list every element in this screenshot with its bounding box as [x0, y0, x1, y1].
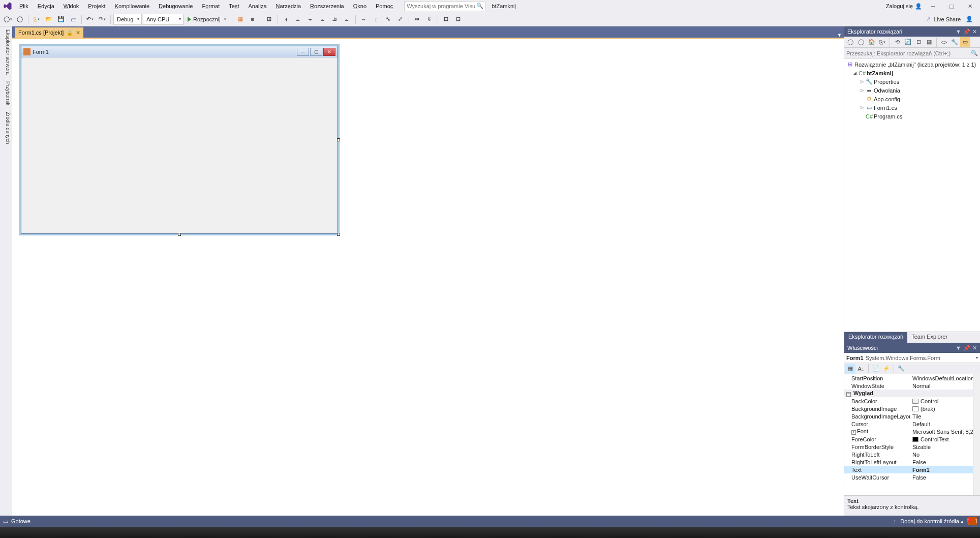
align-left-button[interactable]: ⫞ — [281, 14, 292, 25]
search-icon[interactable]: 🔍 — [476, 3, 483, 9]
tree-project-node[interactable]: ◢ C# btZamknij — [844, 69, 980, 77]
close-button[interactable]: ✕ — [963, 1, 977, 11]
align-top-button[interactable]: ⫠ — [317, 14, 328, 25]
property-category[interactable]: − Wygląd — [844, 390, 980, 397]
align-bottom-button[interactable]: ⫠ — [342, 14, 353, 25]
property-object-combo[interactable]: Form1 System.Windows.Forms.Form — [844, 353, 980, 363]
expander-icon[interactable]: ▷ — [860, 105, 865, 110]
solution-search-input[interactable] — [846, 50, 971, 56]
hspace-button[interactable]: ⇼ — [412, 14, 423, 25]
tree-program-node[interactable]: C# Program.cs — [844, 112, 980, 121]
sol-sync-button[interactable]: ⟲ — [892, 37, 902, 47]
sol-fwd-button[interactable]: ◯ — [856, 37, 866, 47]
align-grid-button[interactable]: ⊞ — [264, 14, 275, 25]
center-v-button[interactable]: ⊟ — [453, 14, 464, 25]
document-tab[interactable]: Form1.cs [Projekt] 🔒 ✕ — [15, 27, 83, 38]
tab-close-icon[interactable]: ✕ — [76, 29, 80, 36]
categorized-button[interactable]: ▦ — [845, 364, 855, 374]
center-h-button[interactable]: ⊡ — [441, 14, 452, 25]
property-row[interactable]: WindowStateNormal — [844, 382, 980, 390]
prop-wrench-button[interactable]: 🔧 — [896, 364, 906, 374]
tree-solution-node[interactable]: ⊞ Rozwiązanie „btZamknij" (liczba projek… — [844, 60, 980, 69]
save-button[interactable]: 💾 — [55, 14, 67, 25]
search-icon[interactable]: 🔍 — [971, 50, 978, 56]
tree-config-node[interactable]: ⚙ App.config — [844, 95, 980, 103]
layout-btn-1[interactable]: ▦ — [235, 14, 246, 25]
tree-form-node[interactable]: ▷ ▭ Form1.cs — [844, 103, 980, 112]
redo-button[interactable]: ↷ — [97, 14, 108, 25]
align-right-button[interactable]: ⫟ — [305, 14, 316, 25]
property-row[interactable]: TextForm1 — [844, 466, 980, 473]
properties-icon[interactable]: 🔧 — [950, 37, 960, 47]
nav-forward-button[interactable]: ◯ — [14, 14, 25, 25]
resize-handle-right[interactable] — [337, 138, 340, 141]
platform-combo[interactable]: Any CPU — [143, 14, 183, 25]
property-row[interactable]: BackgroundImageLayoutTile — [844, 412, 980, 420]
sol-switch-button[interactable]: ⎘ — [877, 37, 887, 47]
expand-icon[interactable]: + — [851, 430, 856, 435]
prop-page-button[interactable]: 📄 — [871, 364, 881, 374]
config-combo[interactable]: Debug — [113, 14, 142, 25]
resize-handle-bottom[interactable] — [178, 233, 181, 236]
menu-analiza[interactable]: Analiza — [244, 2, 270, 10]
solution-tree[interactable]: ⊞ Rozwiązanie „btZamknij" (liczba projek… — [844, 59, 980, 332]
notification-badge[interactable]: 🚩1 — [968, 517, 977, 525]
property-row[interactable]: ForeColorControlText — [844, 435, 980, 443]
open-file-button[interactable]: 📂 — [43, 14, 54, 25]
property-row[interactable]: RightToLeftNo — [844, 451, 980, 458]
feedback-button[interactable]: 👤 — [964, 14, 975, 25]
home-icon[interactable]: 🏠 — [867, 37, 877, 47]
panel-pin-icon[interactable]: 📌 — [963, 28, 970, 35]
layout-btn-2[interactable]: ≡ — [247, 14, 258, 25]
menu-plik[interactable]: Plik — [15, 2, 33, 10]
data-sources-tab[interactable]: Źródła danych — [0, 109, 12, 147]
designer-surface[interactable]: Form1 ─ ▢ ✕ — [12, 38, 844, 516]
liveshare-button[interactable]: Live Share — [934, 16, 961, 22]
menu-okno[interactable]: Okno — [349, 2, 371, 10]
refresh-icon[interactable]: 🔄 — [903, 37, 913, 47]
show-all-button[interactable]: ▦ — [924, 37, 934, 47]
menu-widok[interactable]: Widok — [59, 2, 83, 10]
tree-references-node[interactable]: ▷ ▪▪ Odwołania — [844, 86, 980, 95]
scrollbar[interactable] — [973, 374, 980, 495]
expander-icon[interactable]: ◢ — [852, 71, 858, 75]
form-preview[interactable]: Form1 ─ ▢ ✕ — [21, 46, 338, 234]
panel-pin-icon[interactable]: 📌 — [963, 345, 970, 351]
quick-launch-input[interactable] — [404, 1, 485, 11]
collapse-all-button[interactable]: ⊟ — [913, 37, 924, 47]
preview-button[interactable]: ▭ — [960, 37, 970, 47]
size-both-button[interactable]: ⤡ — [383, 14, 394, 25]
tab-dropdown-icon[interactable]: ▼ — [837, 33, 844, 38]
resize-handle-corner[interactable] — [337, 233, 340, 236]
undo-button[interactable]: ↶ — [84, 14, 96, 25]
team-explorer-tab[interactable]: Team Explorer — [907, 332, 952, 343]
panel-close-icon[interactable]: ✕ — [972, 345, 977, 351]
menu-kompilowanie[interactable]: Kompilowanie — [111, 2, 154, 10]
panel-close-icon[interactable]: ✕ — [972, 28, 977, 35]
menu-projekt[interactable]: Projekt — [84, 2, 109, 10]
property-row[interactable]: CursorDefault — [844, 420, 980, 428]
sign-in-button[interactable]: Zaloguj się 👤 — [886, 3, 922, 10]
property-row[interactable]: StartPositionWindowsDefaultLocation — [844, 374, 980, 382]
menu-edycja[interactable]: Edycja — [34, 2, 58, 10]
size-width-button[interactable]: ↔ — [358, 14, 370, 25]
new-project-button[interactable]: ⎘ — [31, 14, 42, 25]
menu-narzedzia[interactable]: Narzędzia — [272, 2, 305, 10]
size-both-button2[interactable]: ⤢ — [395, 14, 406, 25]
maximize-button[interactable]: ▢ — [944, 1, 959, 11]
server-explorer-tab[interactable]: Eksplorator serwera — [0, 26, 12, 78]
collapse-icon[interactable]: − — [846, 392, 851, 397]
solution-explorer-tab[interactable]: Eksplorator rozwiązań — [844, 332, 907, 343]
sol-back-button[interactable]: ◯ — [845, 37, 855, 47]
vspace-button[interactable]: ⇳ — [424, 14, 435, 25]
align-center-button[interactable]: ⫠ — [293, 14, 304, 25]
expander-icon[interactable]: ▷ — [860, 88, 865, 93]
menu-rozszerzenia[interactable]: Rozszerzenia — [306, 2, 348, 10]
property-grid[interactable]: StartPositionWindowsDefaultLocationWindo… — [844, 374, 980, 495]
minimize-button[interactable]: ─ — [926, 1, 940, 11]
menu-format[interactable]: Format — [198, 2, 224, 10]
start-debug-button[interactable]: Rozpocznij — [185, 14, 229, 25]
save-all-button[interactable]: 🗃 — [68, 14, 79, 25]
size-height-button[interactable]: ↕ — [371, 14, 382, 25]
view-code-button[interactable]: <> — [939, 37, 949, 47]
